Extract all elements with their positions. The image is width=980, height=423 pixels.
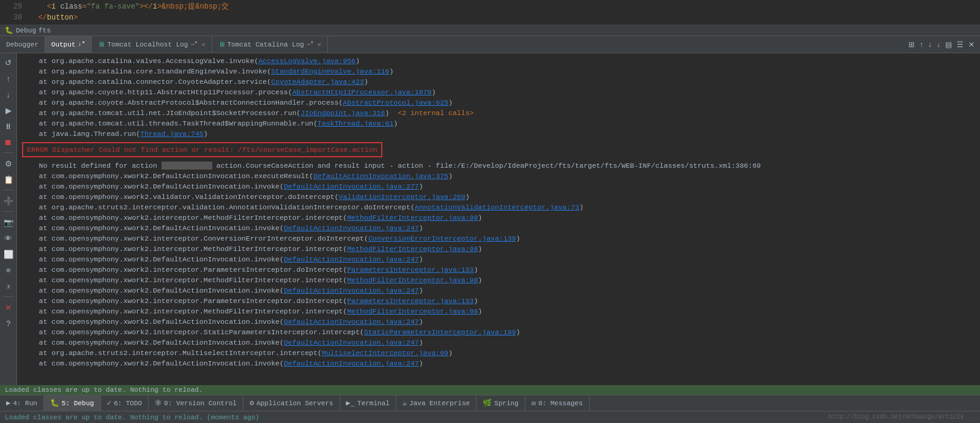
code-line-29: 29 <i class="fa fa-save"></i>&nbsp;提&nbs… [0, 1, 980, 12]
link-parametersinterceptor-2[interactable]: ParametersInterceptor.java:133 [347, 297, 473, 305]
toolbar-btn-up[interactable]: ↑ [918, 39, 925, 50]
bottom-tab-terminal[interactable]: ▶_ Terminal [340, 395, 396, 411]
link-taskthread[interactable]: TaskThread.java:61 [317, 119, 393, 127]
link-abstractprotocol[interactable]: AbstractProtocol.java:625 [343, 99, 449, 107]
bottom-tab-app-servers-label: Application Servers [256, 400, 333, 407]
bottom-tab-java-enterprise[interactable]: ☕ Java Enterprise [396, 395, 477, 411]
toolbar-btn-down[interactable]: ↓ [926, 39, 934, 50]
log-line-2: at org.apache.catalina.core.StandardEngi… [22, 66, 975, 77]
sidebar-btn-variables[interactable]: 𝑥 [2, 279, 15, 293]
link-defaultactioninvocation-6[interactable]: DefaultActionInvocation.java:247 [284, 318, 419, 326]
link-methodfilter-2[interactable]: MethodFilterInterceptor.java:98 [347, 245, 478, 253]
spring-icon: 🌿 [483, 399, 492, 408]
debug-title-bar: 🐛 Debug fts [0, 25, 980, 36]
link-defaultactioninvocation-2[interactable]: DefaultActionInvocation.java:277 [284, 182, 419, 190]
log-area[interactable]: at org.apache.catalina.valves.AccessLogV… [17, 53, 980, 385]
tab-tomcat-catalina-icon: 🖥 [218, 40, 225, 48]
link-coyoteadapter[interactable]: CoyoteAdapter.java:423 [271, 78, 364, 86]
toolbar-btn-down2[interactable]: ↓ [935, 39, 942, 50]
bottom-url: http://blog.csdn.net/mrhuangx/article... [828, 414, 975, 421]
log-line-8: at java.lang.Thread.run(Thread.java:745) [22, 129, 975, 139]
log-line-5: at org.apache.coyote.AbstractProtocol$Ab… [22, 97, 975, 108]
link-annotationvalidation[interactable]: AnnotationValidationInterceptor.java:73 [415, 203, 579, 211]
log-line-12: at org.apache.struts2.interceptor.valida… [22, 202, 975, 212]
bottom-tab-messages-label: 0: Messages [538, 400, 583, 407]
sidebar-divider-1 [3, 152, 14, 153]
sidebar-btn-settings[interactable]: ⚙ [2, 157, 15, 170]
link-parametersinterceptor-1[interactable]: ParametersInterceptor.java:133 [347, 266, 473, 274]
link-standardenginevalve[interactable]: StandardEngineValve.java:116 [271, 67, 389, 75]
sidebar-btn-pause[interactable]: ⏸ [2, 119, 15, 133]
bottom-tab-todo[interactable]: ✓ 6: TODO [101, 395, 149, 411]
log-line-6: at org.apache.tomcat.util.net.JIoEndpoin… [22, 108, 975, 118]
link-accesslogvalve[interactable]: AccessLogValve.java:956 [258, 57, 355, 65]
bottom-tab-version-control-label: 9: Version Control [164, 400, 237, 407]
tab-tomcat-catalina-close[interactable]: ✕ [317, 41, 321, 48]
loaded-classes-bar: Loaded classes are up to date. Nothing t… [0, 385, 980, 395]
line-number-30: 30 [5, 12, 22, 23]
toolbar-btn-menu[interactable]: ☰ [955, 39, 965, 50]
version-control-icon: ⑨ [155, 399, 161, 408]
sidebar-btn-reload[interactable]: ↺ [2, 56, 15, 69]
link-defaultactioninvocation-7[interactable]: DefaultActionInvocation.java:247 [284, 339, 419, 346]
log-line-22: at com.opensymphony.xwork2.interceptor.M… [22, 306, 975, 316]
bottom-tab-todo-label: 6: TODO [114, 400, 142, 407]
link-defaultactioninvocation-8[interactable]: DefaultActionInvocation.java:247 [284, 359, 419, 367]
bottom-tab-run-label: 4: Run [13, 400, 37, 407]
sidebar-btn-close[interactable]: ✕ [2, 301, 15, 314]
sidebar-btn-down[interactable]: ↓ [2, 88, 15, 101]
sidebar-btn-camera[interactable]: 📷 [2, 215, 15, 229]
tab-tomcat-localhost[interactable]: 🖥 Tomcat Localhost Log →* ✕ [92, 36, 212, 53]
sidebar-btn-frames[interactable]: ⬜ [2, 247, 15, 261]
log-line-16: at com.opensymphony.xwork2.interceptor.M… [22, 244, 975, 254]
toolbar-btn-grid[interactable]: ⊞ [907, 39, 916, 50]
tab-debugger[interactable]: Debugger [0, 36, 45, 53]
toolbar-btn-filter[interactable]: ▤ [943, 39, 954, 50]
toolbar-btn-close[interactable]: ✕ [967, 39, 976, 50]
tab-tomcat-localhost-close[interactable]: ✕ [201, 41, 205, 48]
sidebar-btn-up[interactable]: ↑ [2, 72, 15, 85]
bottom-tab-messages[interactable]: ✉ 0: Messages [525, 395, 590, 411]
tab-toolbar: ⊞ ↑ ↓ ↓ ▤ ☰ ✕ [903, 39, 980, 50]
link-methodfilter-1[interactable]: MethodFilterInterceptor.java:98 [347, 214, 478, 222]
sidebar-btn-help[interactable]: ? [2, 316, 15, 330]
link-multiselect[interactable]: MultiselectInterceptor.java:69 [322, 349, 448, 357]
bottom-tab-debug[interactable]: 🐛 5: Debug [44, 395, 101, 411]
sidebar-btn-watch[interactable]: 👁 [2, 231, 15, 245]
link-defaultactioninvocation-5[interactable]: DefaultActionInvocation.java:247 [284, 286, 419, 294]
bottom-tab-app-servers[interactable]: ⚙ Application Servers [243, 395, 340, 411]
bottom-tab-spring[interactable]: 🌿 Spring [477, 395, 525, 411]
bottom-tab-run[interactable]: ▶ 4: Run [0, 395, 44, 411]
log-line-19: at com.opensymphony.xwork2.interceptor.M… [22, 275, 975, 285]
link-defaultactioninvocation-1[interactable]: DefaultActionInvocation.java:375 [313, 172, 448, 180]
messages-icon: ✉ [532, 399, 536, 408]
link-methodfilter-4[interactable]: MethodFilterInterceptor.java:98 [347, 307, 478, 315]
log-line-3: at org.apache.catalina.connector.CoyoteA… [22, 77, 975, 87]
sidebar-divider-4 [3, 296, 14, 297]
bottom-tab-version-control[interactable]: ⑨ 9: Version Control [149, 395, 243, 411]
link-defaultactioninvocation-4[interactable]: DefaultActionInvocation.java:247 [284, 255, 419, 263]
log-line-1: at org.apache.catalina.valves.AccessLogV… [22, 56, 975, 66]
link-abstracthttp11processor[interactable]: AbstractHttp11Processor.java:1079 [292, 88, 432, 96]
sidebar-btn-add[interactable]: ➕ [2, 194, 15, 208]
tab-output[interactable]: Output ↓* [45, 36, 92, 53]
link-thread[interactable]: Thread.java:745 [140, 130, 204, 138]
log-line-27: at com.opensymphony.xwork2.DefaultAction… [22, 358, 975, 369]
link-conversionerror[interactable]: ConversionErrorInterceptor.java:139 [368, 234, 516, 242]
log-line-26: at org.apache.struts2.interceptor.Multis… [22, 348, 975, 358]
log-line-result: No result defined for action action.Cour… [22, 160, 975, 171]
link-defaultactioninvocation-3[interactable]: DefaultActionInvocation.java:247 [284, 224, 419, 232]
log-line-17: at com.opensymphony.xwork2.DefaultAction… [22, 254, 975, 264]
link-validationinterceptor[interactable]: ValidationInterceptor.java:260 [339, 193, 466, 201]
link-methodfilter-3[interactable]: MethodFilterInterceptor.java:98 [347, 276, 478, 284]
sidebar-btn-threads[interactable]: ≡ [2, 263, 15, 277]
tab-tomcat-catalina[interactable]: 🖥 Tomcat Catalina Log →* ✕ [212, 36, 328, 53]
sidebar-btn-stop[interactable]: ⏹ [2, 135, 15, 149]
left-sidebar: ↺ ↑ ↓ ▶ ⏸ ⏹ ⚙ 📋 ➕ 📷 👁 ⬜ ≡ 𝑥 ✕ ? [0, 53, 17, 385]
link-staticparameters[interactable]: StaticParametersInterceptor.java:199 [364, 328, 516, 336]
sidebar-divider-2 [3, 190, 14, 190]
log-line-15: at com.opensymphony.xwork2.interceptor.C… [22, 233, 975, 244]
link-jioendpoint[interactable]: JIoEndpoint.java:316 [300, 109, 385, 117]
sidebar-btn-layout[interactable]: 📋 [2, 173, 15, 186]
sidebar-btn-resume[interactable]: ▶ [2, 103, 15, 117]
